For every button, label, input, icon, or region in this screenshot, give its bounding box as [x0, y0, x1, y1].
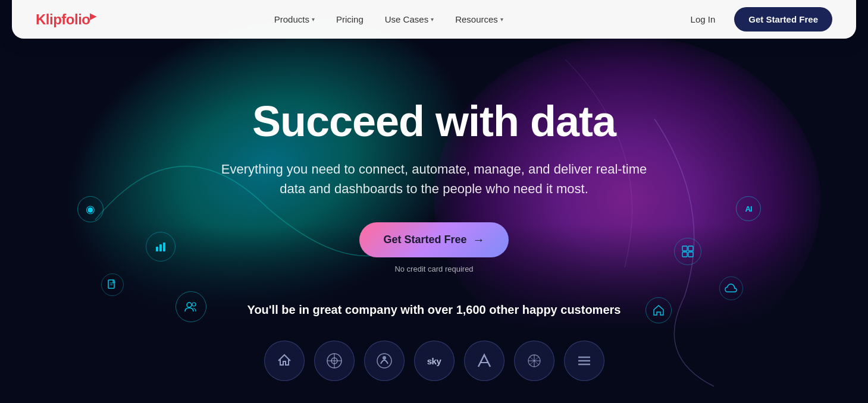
logo-text: Klipfolio: [36, 11, 90, 27]
social-proof-text: You'll be in great company with over 1,6…: [247, 303, 621, 317]
nav-links: Products ▾ Pricing Use Cases ▾ Resources…: [266, 10, 512, 29]
nav-right: Log In Get Started Free: [681, 7, 832, 32]
navbar: Klipfolio▶ Products ▾ Pricing Use Cases …: [12, 0, 856, 39]
logo[interactable]: Klipfolio▶: [36, 11, 96, 28]
svg-point-14: [377, 354, 391, 368]
use-cases-chevron-icon: ▾: [431, 16, 434, 23]
logo-item-6: [514, 341, 554, 381]
nav-products[interactable]: Products ▾: [266, 10, 323, 29]
logo-item-3: [364, 341, 405, 381]
hero-subtitle: Everything you need to connect, automate…: [214, 159, 654, 199]
logo-item-1: [264, 341, 305, 381]
hero-section: Succeed with data Everything you need to…: [0, 39, 868, 381]
logo-item-2: [314, 341, 355, 381]
logo-item-5: [464, 341, 504, 381]
nav-pricing[interactable]: Pricing: [328, 10, 372, 29]
nav-cta-button[interactable]: Get Started Free: [734, 7, 832, 32]
logo-accent: ▶: [90, 11, 96, 21]
logo-item-4: sky: [414, 341, 455, 381]
resources-chevron-icon: ▾: [500, 16, 503, 23]
customer-logos: sky: [264, 341, 604, 381]
nav-resources[interactable]: Resources ▾: [447, 10, 512, 29]
hero-cta-button[interactable]: Get Started Free →: [359, 222, 508, 257]
logo-item-7: [564, 341, 604, 381]
no-credit-card-label: No credit card required: [394, 265, 473, 273]
svg-point-15: [383, 356, 386, 360]
products-chevron-icon: ▾: [312, 16, 315, 23]
login-button[interactable]: Log In: [681, 10, 725, 29]
nav-use-cases[interactable]: Use Cases ▾: [377, 10, 442, 29]
hero-title: Succeed with data: [252, 98, 616, 145]
